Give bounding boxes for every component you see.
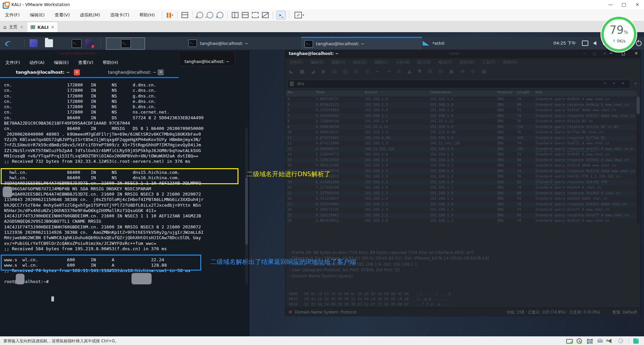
- wireshark-window-controls[interactable]: ─ □ ×: [583, 51, 609, 56]
- menu-item[interactable]: 帮助(H): [135, 12, 160, 18]
- wireshark-tool-icon[interactable]: ≡: [397, 68, 401, 74]
- packet-row[interactable]: 7 3.149385662 192.168.1.1 192.168.1.9 DN…: [285, 114, 637, 119]
- thumbnail-bar-toggle-button[interactable]: [240, 11, 250, 19]
- col-info[interactable]: Info: [535, 90, 637, 97]
- wireshark-tool-icon[interactable]: ■: [300, 68, 305, 74]
- filter-bookmark-icon[interactable]: [290, 81, 294, 86]
- tab-close-icon[interactable]: ✕: [74, 69, 80, 75]
- app-launcher-icon[interactable]: [30, 39, 38, 47]
- wireshark-window[interactable]: tanghao@localhost: ~ *eth0 ─ □ × 文件(F)编辑…: [285, 49, 641, 317]
- packet-row[interactable]: 12 4.874112906 192.168.1.9 106.11.141.11…: [285, 141, 637, 147]
- col-destination[interactable]: Destination: [430, 90, 497, 97]
- col-protocol[interactable]: Protocol: [497, 90, 517, 97]
- taskbar-window-wireshark[interactable]: *eth0: [419, 37, 476, 50]
- wireshark-tool-icon[interactable]: ◣: [289, 68, 293, 74]
- sound-icon[interactable]: [608, 338, 614, 344]
- menu-item[interactable]: 查看(V): [50, 12, 75, 18]
- packet-list[interactable]: 4 3.069748737 192.168.1.9 192.168.1.1 DN…: [285, 97, 637, 224]
- display-app-icon[interactable]: [85, 39, 93, 47]
- packet-row[interactable]: 16 5.903112489 192.168.1.9 192.168.1.1 D…: [285, 163, 637, 169]
- packet-row[interactable]: 9 4.494810559 192.33.4.12 192.168.1.9 DN…: [285, 125, 637, 130]
- vm-screen[interactable]: tanghao@localhost: ~ *eth0 ─ □ × 文件(F)编辑…: [0, 32, 644, 336]
- packet-row[interactable]: 8 4.118809330 192.168.1.9 192.33.4.12 DN…: [285, 119, 637, 125]
- tab-close-icon[interactable]: ×: [20, 25, 23, 29]
- packet-row[interactable]: 13 4.930566271 106.11.141.116 192.168.1.…: [285, 147, 637, 152]
- console-view-button[interactable]: >_: [275, 11, 287, 19]
- display-settings-icon[interactable]: [582, 37, 588, 50]
- volume-icon[interactable]: [593, 37, 596, 50]
- terminal-window[interactable]: tanghao@localhost: ~ 文件(F)动作(A)编辑(E)查看(V…: [0, 50, 249, 336]
- wireshark-tool-icon[interactable]: ▲: [408, 68, 412, 74]
- tab-home[interactable]: ⌂ 主页 ×: [0, 22, 27, 32]
- wireshark-menu-item[interactable]: 捕获(C): [374, 60, 388, 65]
- packet-row[interactable]: 22 8.331150627 192.168.1.9 192.168.1.1 D…: [285, 196, 637, 202]
- wireshark-tool-icon[interactable]: ◢: [311, 68, 315, 74]
- wireshark-tool-icon[interactable]: ⊞: [428, 68, 432, 74]
- kali-menu-button[interactable]: [4, 39, 12, 47]
- message-note-icon[interactable]: [633, 338, 639, 344]
- menu-item[interactable]: 选项卡(T): [105, 12, 134, 18]
- wireshark-tool-icon[interactable]: ▤: [332, 68, 336, 74]
- wireshark-menu-item[interactable]: 文件(F): [289, 60, 303, 65]
- wireshark-tool-icon[interactable]: ☒: [354, 68, 359, 74]
- take-snapshot-button[interactable]: +: [195, 11, 205, 19]
- col-no[interactable]: No.: [285, 90, 316, 97]
- wireshark-tool-icon[interactable]: ⊖: [471, 68, 475, 74]
- menu-item[interactable]: 文件(F): [0, 12, 25, 18]
- minimize-button[interactable]: —: [604, 0, 617, 9]
- wireshark-menu-item[interactable]: 编辑(E): [310, 60, 324, 65]
- file-manager-icon[interactable]: [45, 39, 53, 47]
- wireshark-tool-icon[interactable]: ◉: [321, 68, 325, 74]
- taskbar-window-terminal-2[interactable]: ›_ tanghao@localhost: ~: [301, 37, 422, 50]
- terminal-menu-item[interactable]: 文件(F): [1, 60, 25, 66]
- send-ctrl-alt-del-button[interactable]: [180, 11, 190, 19]
- terminal-menu-item[interactable]: 动作(A): [25, 60, 49, 66]
- wireshark-menu-item[interactable]: 跳转(G): [353, 60, 367, 65]
- packet-row[interactable]: 5 3.070415221 192.168.1.1 192.168.1.9 DN…: [285, 102, 637, 108]
- packet-row[interactable]: 21 7.227903554 192.168.1.1 192.168.1.9 D…: [285, 191, 637, 197]
- packet-row[interactable]: 15 5.118633410 192.168.1.1 192.168.1.9 D…: [285, 158, 637, 163]
- tab-kali[interactable]: KALI ×: [27, 22, 58, 32]
- profile-label[interactable]: 配置: Default: [612, 310, 637, 315]
- power-icon[interactable]: [636, 37, 642, 50]
- taskbar-window-terminal-1[interactable]: ›_ tanghao@localhost: ~: [185, 37, 296, 50]
- usb-controller-icon[interactable]: [618, 338, 624, 344]
- tab-close-icon[interactable]: ×: [51, 25, 54, 29]
- wireshark-menu-item[interactable]: 视图(V): [331, 60, 345, 65]
- wireshark-tool-icon[interactable]: ←: [376, 68, 380, 74]
- wireshark-filter-input[interactable]: dns × ▾ ➤: [287, 80, 630, 88]
- terminal-tab-2[interactable]: tanghao@localhost: ~: [86, 68, 179, 77]
- wireshark-tool-icon[interactable]: ◎: [365, 68, 369, 74]
- pause-vm-button[interactable]: ▾: [165, 11, 175, 19]
- filter-add-button[interactable]: +: [634, 81, 638, 86]
- wireshark-tool-icon[interactable]: ▣: [449, 68, 454, 74]
- menu-item[interactable]: 编辑(E): [25, 12, 50, 18]
- unity-mode-button[interactable]: [260, 11, 270, 19]
- terminal-launcher-icon[interactable]: ›_: [72, 39, 82, 48]
- packet-row[interactable]: 25 9.105228961 192.168.1.1 192.168.1.9 D…: [285, 213, 637, 219]
- packet-list-header[interactable]: No. Time Source Destination Protocol Len…: [285, 90, 637, 97]
- packet-row[interactable]: 24 9.104771335 192.168.1.9 192.168.1.1 D…: [285, 207, 637, 213]
- menu-item[interactable]: 虚拟机(M): [75, 12, 105, 18]
- maximize-button[interactable]: □: [617, 0, 631, 9]
- detail-line[interactable]: › Frame 28: 88 bytes on wire (704 bits),…: [289, 250, 489, 256]
- revert-snapshot-button[interactable]: ←: [205, 11, 215, 19]
- printer-icon[interactable]: [597, 338, 603, 344]
- packet-details-pane[interactable]: › Frame 28: 88 bytes on wire (704 bits),…: [289, 232, 489, 279]
- wireshark-tool-icon[interactable]: →: [386, 68, 391, 74]
- wireshark-menu-item[interactable]: 工具(T): [482, 60, 496, 65]
- wireshark-tool-icon[interactable]: ▦: [482, 68, 486, 74]
- filter-buttons[interactable]: × ▾ ➤: [603, 81, 627, 85]
- wireshark-menu-item[interactable]: 统计(S): [417, 60, 431, 65]
- wireshark-tool-icon[interactable]: ⊕: [460, 68, 465, 74]
- wireshark-menu-item[interactable]: 帮助(H): [503, 60, 517, 65]
- col-length[interactable]: Length: [517, 90, 535, 97]
- taskbar-clock[interactable]: 04:25 下午: [553, 37, 576, 50]
- wireshark-tool-icon[interactable]: ⊟: [439, 68, 443, 74]
- packet-row[interactable]: 19 6.414501266 192.168.1.1 192.168.1.9 D…: [285, 180, 637, 186]
- library-toggle-button[interactable]: [230, 11, 240, 19]
- col-source[interactable]: Source: [365, 90, 430, 97]
- speed-overlay-badge[interactable]: 79% ↑ 0K/s: [601, 17, 636, 52]
- fullscreen-button[interactable]: [250, 11, 260, 19]
- snapshot-manager-button[interactable]: ✦: [215, 11, 225, 19]
